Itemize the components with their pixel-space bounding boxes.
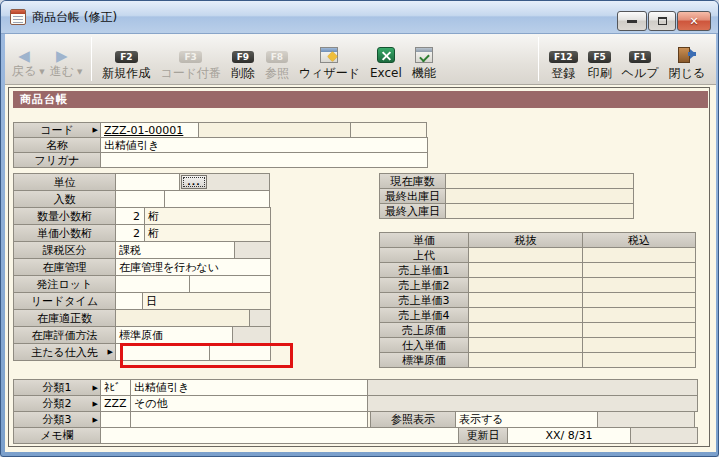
category1-name-field[interactable]: 出精値引き — [130, 379, 368, 396]
details-block: 単位 ... 入数 数量小数桁 2 桁 単価小数桁 2 桁 課税区分 課税 — [13, 173, 271, 361]
delete-button[interactable]: F9 削除 — [226, 36, 260, 82]
minimize-button[interactable] — [617, 11, 647, 31]
f12-key-badge: F12 — [549, 51, 578, 63]
list-item: メモ欄 更新日 XX/ 8/31 — [13, 427, 698, 444]
pack-qty-sub-field[interactable] — [164, 190, 270, 208]
optimal-stock-label: 在庫適正数 — [13, 309, 116, 327]
category1-filler — [367, 379, 698, 396]
price-incl-field[interactable] — [582, 352, 696, 368]
code-sub-field[interactable] — [198, 122, 351, 138]
pack-qty-field[interactable] — [115, 190, 165, 208]
price-row-label: 標準原価 — [379, 352, 469, 368]
furigana-field[interactable] — [100, 152, 428, 168]
code-numbering-button: F3 コード付番 — [155, 36, 226, 82]
function-button[interactable]: 機能 — [407, 36, 441, 82]
updated-date-filler — [630, 427, 698, 444]
table-row: 売上単価1 — [379, 262, 696, 278]
last-issue-date-value — [445, 188, 634, 204]
order-lot-field[interactable] — [115, 275, 190, 293]
price-decimals-field[interactable]: 2 — [115, 224, 145, 242]
excel-button[interactable]: Excel — [365, 36, 407, 82]
category1-label: 分類1▶ — [13, 379, 101, 396]
print-button[interactable]: F5 印刷 — [583, 36, 617, 82]
close-app-button[interactable]: 閉じる — [663, 36, 710, 82]
back-dropdown-icon: ▼ — [39, 68, 44, 76]
table-row: 仕入単価 — [379, 337, 696, 353]
category1-code-field[interactable]: ﾈﾋﾞ — [100, 379, 131, 396]
code-label: コード▶ — [13, 122, 101, 138]
price-incl-field[interactable] — [582, 307, 696, 323]
order-lot-sub-field[interactable] — [189, 275, 271, 293]
stock-mgmt-highlight-box — [120, 343, 293, 368]
price-incl-field[interactable] — [582, 292, 696, 308]
function-icon — [415, 47, 433, 63]
register-button[interactable]: F12 登録 — [544, 36, 583, 82]
title-bar: 商品台帳 (修正) ✕ — [1, 1, 719, 34]
current-stock-value — [445, 173, 634, 189]
table-row: 売上単価4 — [379, 307, 696, 323]
close-window-button[interactable]: ✕ — [677, 11, 711, 31]
price-excl-field[interactable] — [468, 247, 583, 263]
valuation-filler — [232, 326, 271, 344]
price-incl-field[interactable] — [582, 277, 696, 293]
code-field[interactable]: ZZZ-01-00001 — [100, 122, 199, 138]
lead-time-field[interactable] — [115, 292, 143, 310]
back-button: ◀ 戻る ▼ — [11, 36, 49, 82]
tax-class-field[interactable]: 課税 — [115, 241, 235, 259]
forward-button: ▶ 進む ▼ — [49, 36, 87, 82]
optimal-stock-filler — [249, 309, 271, 327]
qty-decimals-label: 数量小数桁 — [13, 207, 116, 225]
optimal-stock-field — [115, 309, 250, 327]
tax-class-label: 課税区分 — [13, 241, 116, 259]
toolbar: ◀ 戻る ▼ ▶ 進む ▼ F2 新規作成 F3 コード付番 F9 削除 F8 — [5, 34, 716, 85]
unit-lookup-button[interactable]: ... — [181, 175, 207, 189]
close-icon: ✕ — [689, 16, 698, 27]
price-incl-field[interactable] — [582, 337, 696, 353]
stock-block: 現在庫数 最終出庫日 最終入庫日 — [379, 173, 634, 219]
page-title: 商品台帳 — [13, 91, 708, 108]
wizard-button[interactable]: ウィザード — [294, 36, 365, 82]
help-button[interactable]: F1 ヘルプ — [617, 36, 664, 82]
price-row-label: 仕入単価 — [379, 337, 469, 353]
ref-display-field[interactable]: 表示する — [455, 411, 598, 428]
stock-mgmt-field[interactable]: 在庫管理を行わない — [115, 258, 271, 276]
qty-decimals-field[interactable]: 2 — [115, 207, 145, 225]
lead-time-suffix: 日 — [142, 292, 271, 310]
f8-key-badge: F8 — [266, 51, 288, 63]
new-button[interactable]: F2 新規作成 — [97, 36, 155, 82]
price-excl-field[interactable] — [468, 337, 583, 353]
category2-name-field[interactable]: その他 — [130, 395, 368, 412]
category2-code-field[interactable]: ZZZ — [100, 395, 131, 412]
door-exit-icon — [678, 47, 690, 63]
category2-arrow-icon: ▶ — [93, 400, 98, 408]
lead-time-label: リードタイム — [13, 292, 116, 310]
price-excl-field[interactable] — [468, 292, 583, 308]
price-row-label: 売上単価4 — [379, 307, 469, 323]
tax-class-filler — [234, 241, 271, 259]
price-excl-field[interactable] — [468, 277, 583, 293]
stock-mgmt-label: 在庫管理 — [13, 258, 116, 276]
category1-arrow-icon: ▶ — [93, 384, 98, 392]
memo-field[interactable] — [100, 427, 459, 444]
price-excl-field[interactable] — [468, 262, 583, 278]
category3-name-field[interactable] — [130, 411, 368, 428]
maximize-icon — [658, 17, 667, 25]
price-excl-field[interactable] — [468, 307, 583, 323]
price-incl-field[interactable] — [582, 247, 696, 263]
price-excl-field[interactable] — [468, 352, 583, 368]
price-excl-field[interactable] — [468, 322, 583, 338]
maximize-button[interactable] — [648, 11, 676, 31]
back-arrow-icon: ◀ — [18, 48, 30, 64]
price-incl-field[interactable] — [582, 262, 696, 278]
f9-key-badge: F9 — [232, 51, 254, 63]
name-field[interactable]: 出精値引き — [100, 137, 428, 153]
ref-display-label: 参照表示 — [370, 411, 456, 428]
unit-field[interactable] — [115, 173, 180, 191]
valuation-field[interactable]: 標準原価 — [115, 326, 233, 344]
price-table: 単価 税抜 税込 上代 売上単価1 売上単価2 売上単価3 — [379, 232, 696, 368]
list-item: 分類1▶ ﾈﾋﾞ 出精値引き — [13, 379, 698, 396]
price-incl-field[interactable] — [582, 322, 696, 338]
category3-code-field[interactable] — [100, 411, 131, 428]
unit-label: 単位 — [13, 173, 116, 191]
name-label: 名称 — [13, 137, 101, 153]
